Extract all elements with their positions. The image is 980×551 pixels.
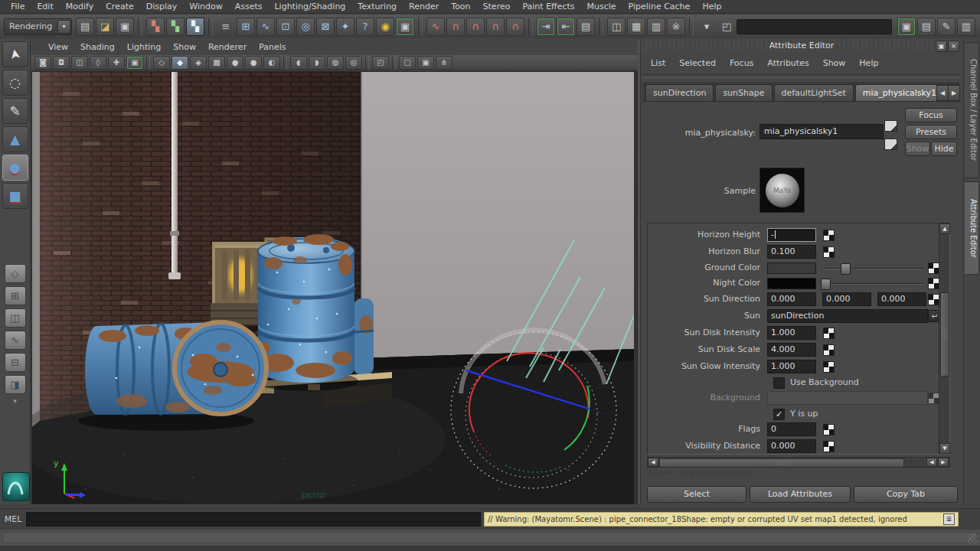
texture-map-icon[interactable] xyxy=(823,344,835,356)
texture-map-icon[interactable] xyxy=(928,278,939,289)
visibility-distance-field[interactable]: 0.000 xyxy=(767,439,816,453)
night-color-swatch[interactable] xyxy=(767,278,816,289)
script-editor-icon[interactable]: ≣ xyxy=(943,514,955,525)
ground-color-slider[interactable] xyxy=(822,268,923,269)
load-attributes-button[interactable]: Load Attributes xyxy=(750,486,851,503)
scroll-up-icon[interactable]: ▲ xyxy=(939,223,950,234)
safe-action-icon[interactable]: ◎ xyxy=(345,56,362,70)
menu-pipeline-cache[interactable]: Pipeline Cache xyxy=(622,1,697,12)
ae-menu-focus[interactable]: Focus xyxy=(723,57,760,69)
ae-menu-list[interactable]: List xyxy=(644,57,672,69)
resolution-gate-icon[interactable]: ◖ xyxy=(290,56,307,70)
new-scene-icon[interactable]: ▤ xyxy=(76,18,94,36)
select-hierarchy-mask-icon[interactable]: ▚ xyxy=(146,18,165,36)
quick-selection-field[interactable] xyxy=(737,19,892,34)
panel-menu-show[interactable]: Show xyxy=(167,41,202,53)
render-current-frame-icon[interactable]: ▦ xyxy=(627,18,645,36)
layout-single-persp[interactable]: ◇ xyxy=(5,264,26,283)
shadows-icon[interactable]: ◐ xyxy=(263,56,280,70)
sample-swatch[interactable]: MaYa xyxy=(760,168,805,213)
texture-map-icon[interactable] xyxy=(823,230,835,241)
menu-texturing[interactable]: Texturing xyxy=(351,1,403,12)
texture-map-icon[interactable] xyxy=(928,294,939,305)
menu-assets[interactable]: Assets xyxy=(229,1,269,12)
maximize-icon[interactable]: ▣ xyxy=(936,41,947,52)
sun-direction-x-field[interactable]: 0.000 xyxy=(767,292,816,306)
snap-curve-icon[interactable]: ∿ xyxy=(256,18,275,36)
layout-hypershade-persp[interactable]: ⊟ xyxy=(5,353,26,372)
panel-menu-renderer[interactable]: Renderer xyxy=(202,41,253,53)
scale-tool[interactable]: ■ xyxy=(2,183,28,209)
viewport-canvas[interactable]: y persp xyxy=(32,72,637,504)
all-lights-icon[interactable]: ● xyxy=(245,56,262,70)
lasso-select-tool[interactable]: ◌ xyxy=(2,70,28,96)
magnet-constraint-icon[interactable]: ∩ xyxy=(446,18,465,36)
menu-lighting-shading[interactable]: Lighting/Shading xyxy=(268,1,351,12)
horizon-height-field[interactable]: - xyxy=(767,228,816,242)
select-tool-box-icon[interactable]: ◰ xyxy=(717,18,736,36)
isolate-select-icon[interactable]: ◰ xyxy=(372,56,389,70)
node-name-field[interactable]: mia_physicalsky1 xyxy=(760,124,884,139)
two-d-pan-icon[interactable]: ◊ xyxy=(90,56,106,70)
focus-button[interactable]: Focus xyxy=(905,108,957,122)
construction-history-icon[interactable]: ▤ xyxy=(577,18,595,36)
sun-disk-scale-field[interactable]: 4.000 xyxy=(767,343,816,357)
snap-projected-center-icon[interactable]: ◎ xyxy=(296,18,315,36)
tab-scroll-left-icon[interactable]: ◀ xyxy=(936,85,949,101)
smooth-shade-icon[interactable]: ◆ xyxy=(172,56,188,70)
highlight-selection-icon[interactable]: ▣ xyxy=(396,18,414,36)
tab-sunshape[interactable]: sunShape xyxy=(715,84,772,101)
selection-mask-menu-icon[interactable]: ≡ xyxy=(217,18,235,36)
sun-disk-intensity-field[interactable]: 1.000 xyxy=(767,326,816,340)
field-mode-arrow-icon[interactable]: ▾ xyxy=(697,18,716,36)
command-line-mode[interactable]: MEL xyxy=(0,514,26,524)
camera-settings-icon[interactable]: ◘ xyxy=(53,56,70,70)
ae-menu-show[interactable]: Show xyxy=(816,57,853,69)
image-plane-icon[interactable]: ◫ xyxy=(71,56,88,70)
layout-persp-anim[interactable]: ◨ xyxy=(5,375,26,394)
wireframe-icon[interactable]: ◇ xyxy=(153,56,170,70)
output-connections-icon[interactable]: ⇤ xyxy=(557,18,575,36)
ground-color-swatch[interactable] xyxy=(767,262,816,274)
bookmark-add-icon[interactable]: ✚ xyxy=(108,56,125,70)
use-background-checkbox[interactable] xyxy=(773,377,785,389)
tab-mia-physicalsky1[interactable]: mia_physicalsky1 xyxy=(855,84,944,101)
texture-map-icon[interactable] xyxy=(823,441,835,452)
texture-map-icon[interactable] xyxy=(928,262,939,274)
barrel-behind[interactable] xyxy=(354,298,374,375)
panel-menu-shading[interactable]: Shading xyxy=(74,41,121,53)
input-connection-icon[interactable] xyxy=(884,120,897,132)
texture-map-icon[interactable] xyxy=(823,361,835,373)
snap-point-icon[interactable]: ⊡ xyxy=(276,18,295,36)
make-live-icon[interactable]: ✦ xyxy=(336,18,354,36)
scroll-left-icon[interactable]: ◀ xyxy=(648,458,658,467)
field-chart-icon[interactable]: ◍ xyxy=(327,56,344,70)
channel-box-toggle-icon[interactable]: ▥ xyxy=(957,18,975,36)
magnet-point-icon[interactable]: ∩ xyxy=(466,18,485,36)
texture-map-icon[interactable] xyxy=(823,328,835,339)
scroll-down-icon[interactable]: ▼ xyxy=(939,443,950,454)
panel-menu-lighting[interactable]: Lighting xyxy=(121,41,167,53)
snap-grid-icon[interactable]: ⊞ xyxy=(237,18,255,36)
default-lighting-icon[interactable]: ● xyxy=(227,56,243,70)
scrollbar-thumb[interactable] xyxy=(659,458,904,468)
render-settings-icon[interactable]: ※ xyxy=(667,18,685,36)
vtab-attribute-editor[interactable]: Attribute Editor xyxy=(965,181,979,275)
ae-menu-selected[interactable]: Selected xyxy=(672,57,723,69)
menu-muscle[interactable]: Muscle xyxy=(581,1,622,12)
snap-together-icon[interactable]: ∿ xyxy=(426,18,445,36)
attribute-editor-toggle-icon[interactable]: ▤ xyxy=(917,18,936,36)
textured-icon[interactable]: ◈ xyxy=(190,56,207,70)
close-icon[interactable]: ✕ xyxy=(948,41,959,52)
toolbox-collapse-chevron[interactable]: ▾ xyxy=(8,397,23,405)
menu-modify[interactable]: Modify xyxy=(60,1,100,12)
texture-map-icon[interactable] xyxy=(823,246,835,258)
output-connection-icon[interactable] xyxy=(884,139,897,150)
ae-menu-help[interactable]: Help xyxy=(852,57,885,69)
slider-handle[interactable] xyxy=(821,279,831,290)
scrollbar-thumb[interactable] xyxy=(940,292,949,377)
y-is-up-checkbox[interactable]: ✓ xyxy=(773,409,785,420)
copy-tab-button[interactable]: Copy Tab xyxy=(854,486,958,503)
layout-persp-outliner[interactable]: ◫ xyxy=(5,308,26,328)
vtab-channel-box[interactable]: Channel Box / Layer Editor xyxy=(965,42,979,178)
